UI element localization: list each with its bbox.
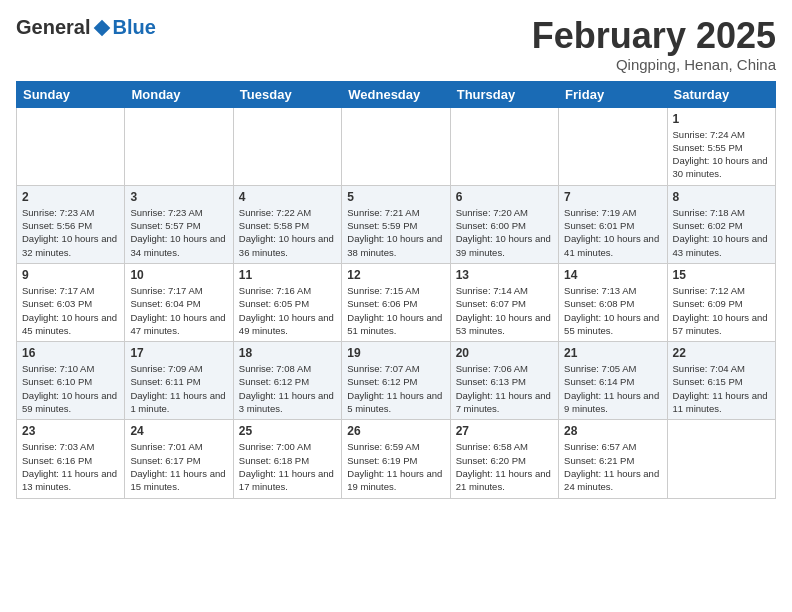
calendar-week-1: 1Sunrise: 7:24 AM Sunset: 5:55 PM Daylig… (17, 107, 776, 185)
calendar-cell: 11Sunrise: 7:16 AM Sunset: 6:05 PM Dayli… (233, 263, 341, 341)
day-info: Sunrise: 6:59 AM Sunset: 6:19 PM Dayligh… (347, 440, 444, 493)
calendar-cell: 22Sunrise: 7:04 AM Sunset: 6:15 PM Dayli… (667, 342, 775, 420)
calendar-cell: 2Sunrise: 7:23 AM Sunset: 5:56 PM Daylig… (17, 185, 125, 263)
calendar-cell: 13Sunrise: 7:14 AM Sunset: 6:07 PM Dayli… (450, 263, 558, 341)
day-info: Sunrise: 7:16 AM Sunset: 6:05 PM Dayligh… (239, 284, 336, 337)
calendar-cell: 25Sunrise: 7:00 AM Sunset: 6:18 PM Dayli… (233, 420, 341, 498)
day-number: 27 (456, 424, 553, 438)
day-header-tuesday: Tuesday (233, 81, 341, 107)
day-number: 6 (456, 190, 553, 204)
calendar-cell: 19Sunrise: 7:07 AM Sunset: 6:12 PM Dayli… (342, 342, 450, 420)
day-number: 20 (456, 346, 553, 360)
calendar-cell (450, 107, 558, 185)
day-number: 17 (130, 346, 227, 360)
calendar-cell: 5Sunrise: 7:21 AM Sunset: 5:59 PM Daylig… (342, 185, 450, 263)
calendar-week-2: 2Sunrise: 7:23 AM Sunset: 5:56 PM Daylig… (17, 185, 776, 263)
day-header-wednesday: Wednesday (342, 81, 450, 107)
day-info: Sunrise: 7:23 AM Sunset: 5:57 PM Dayligh… (130, 206, 227, 259)
day-info: Sunrise: 6:57 AM Sunset: 6:21 PM Dayligh… (564, 440, 661, 493)
day-info: Sunrise: 7:15 AM Sunset: 6:06 PM Dayligh… (347, 284, 444, 337)
month-title: February 2025 (532, 16, 776, 56)
calendar-cell: 10Sunrise: 7:17 AM Sunset: 6:04 PM Dayli… (125, 263, 233, 341)
day-info: Sunrise: 7:20 AM Sunset: 6:00 PM Dayligh… (456, 206, 553, 259)
calendar-cell: 27Sunrise: 6:58 AM Sunset: 6:20 PM Dayli… (450, 420, 558, 498)
day-number: 14 (564, 268, 661, 282)
page-header: General Blue February 2025 Qingping, Hen… (16, 16, 776, 73)
calendar-cell: 3Sunrise: 7:23 AM Sunset: 5:57 PM Daylig… (125, 185, 233, 263)
day-info: Sunrise: 7:08 AM Sunset: 6:12 PM Dayligh… (239, 362, 336, 415)
day-info: Sunrise: 7:24 AM Sunset: 5:55 PM Dayligh… (673, 128, 770, 181)
day-number: 4 (239, 190, 336, 204)
logo-general-text: General (16, 16, 90, 39)
location: Qingping, Henan, China (532, 56, 776, 73)
calendar-week-4: 16Sunrise: 7:10 AM Sunset: 6:10 PM Dayli… (17, 342, 776, 420)
calendar-cell: 12Sunrise: 7:15 AM Sunset: 6:06 PM Dayli… (342, 263, 450, 341)
day-number: 15 (673, 268, 770, 282)
calendar-cell (233, 107, 341, 185)
calendar-cell: 26Sunrise: 6:59 AM Sunset: 6:19 PM Dayli… (342, 420, 450, 498)
calendar-cell: 6Sunrise: 7:20 AM Sunset: 6:00 PM Daylig… (450, 185, 558, 263)
day-number: 26 (347, 424, 444, 438)
calendar-cell: 20Sunrise: 7:06 AM Sunset: 6:13 PM Dayli… (450, 342, 558, 420)
day-info: Sunrise: 7:03 AM Sunset: 6:16 PM Dayligh… (22, 440, 119, 493)
calendar-cell: 15Sunrise: 7:12 AM Sunset: 6:09 PM Dayli… (667, 263, 775, 341)
day-info: Sunrise: 7:18 AM Sunset: 6:02 PM Dayligh… (673, 206, 770, 259)
logo-icon (92, 18, 112, 38)
title-block: February 2025 Qingping, Henan, China (532, 16, 776, 73)
day-number: 7 (564, 190, 661, 204)
day-info: Sunrise: 7:00 AM Sunset: 6:18 PM Dayligh… (239, 440, 336, 493)
calendar-week-3: 9Sunrise: 7:17 AM Sunset: 6:03 PM Daylig… (17, 263, 776, 341)
calendar-cell: 7Sunrise: 7:19 AM Sunset: 6:01 PM Daylig… (559, 185, 667, 263)
calendar-cell: 21Sunrise: 7:05 AM Sunset: 6:14 PM Dayli… (559, 342, 667, 420)
day-number: 1 (673, 112, 770, 126)
calendar-cell: 23Sunrise: 7:03 AM Sunset: 6:16 PM Dayli… (17, 420, 125, 498)
calendar-cell (342, 107, 450, 185)
day-number: 28 (564, 424, 661, 438)
calendar-cell: 16Sunrise: 7:10 AM Sunset: 6:10 PM Dayli… (17, 342, 125, 420)
calendar-cell: 17Sunrise: 7:09 AM Sunset: 6:11 PM Dayli… (125, 342, 233, 420)
calendar-cell: 24Sunrise: 7:01 AM Sunset: 6:17 PM Dayli… (125, 420, 233, 498)
day-info: Sunrise: 7:13 AM Sunset: 6:08 PM Dayligh… (564, 284, 661, 337)
day-info: Sunrise: 7:17 AM Sunset: 6:04 PM Dayligh… (130, 284, 227, 337)
day-number: 12 (347, 268, 444, 282)
logo: General Blue (16, 16, 156, 39)
day-header-friday: Friday (559, 81, 667, 107)
day-header-sunday: Sunday (17, 81, 125, 107)
day-info: Sunrise: 7:04 AM Sunset: 6:15 PM Dayligh… (673, 362, 770, 415)
day-number: 18 (239, 346, 336, 360)
day-number: 16 (22, 346, 119, 360)
day-info: Sunrise: 7:22 AM Sunset: 5:58 PM Dayligh… (239, 206, 336, 259)
day-number: 24 (130, 424, 227, 438)
day-info: Sunrise: 7:07 AM Sunset: 6:12 PM Dayligh… (347, 362, 444, 415)
day-number: 11 (239, 268, 336, 282)
day-info: Sunrise: 7:06 AM Sunset: 6:13 PM Dayligh… (456, 362, 553, 415)
day-number: 23 (22, 424, 119, 438)
day-number: 2 (22, 190, 119, 204)
day-info: Sunrise: 7:14 AM Sunset: 6:07 PM Dayligh… (456, 284, 553, 337)
day-info: Sunrise: 7:12 AM Sunset: 6:09 PM Dayligh… (673, 284, 770, 337)
calendar-table: SundayMondayTuesdayWednesdayThursdayFrid… (16, 81, 776, 499)
calendar-cell: 9Sunrise: 7:17 AM Sunset: 6:03 PM Daylig… (17, 263, 125, 341)
day-info: Sunrise: 7:01 AM Sunset: 6:17 PM Dayligh… (130, 440, 227, 493)
day-number: 9 (22, 268, 119, 282)
day-number: 25 (239, 424, 336, 438)
calendar-cell: 18Sunrise: 7:08 AM Sunset: 6:12 PM Dayli… (233, 342, 341, 420)
logo-blue-text: Blue (112, 16, 155, 39)
day-header-monday: Monday (125, 81, 233, 107)
day-number: 22 (673, 346, 770, 360)
day-info: Sunrise: 7:23 AM Sunset: 5:56 PM Dayligh… (22, 206, 119, 259)
calendar-cell: 14Sunrise: 7:13 AM Sunset: 6:08 PM Dayli… (559, 263, 667, 341)
day-info: Sunrise: 7:19 AM Sunset: 6:01 PM Dayligh… (564, 206, 661, 259)
day-info: Sunrise: 6:58 AM Sunset: 6:20 PM Dayligh… (456, 440, 553, 493)
calendar-header-row: SundayMondayTuesdayWednesdayThursdayFrid… (17, 81, 776, 107)
calendar-cell: 4Sunrise: 7:22 AM Sunset: 5:58 PM Daylig… (233, 185, 341, 263)
day-header-saturday: Saturday (667, 81, 775, 107)
calendar-cell (667, 420, 775, 498)
calendar-week-5: 23Sunrise: 7:03 AM Sunset: 6:16 PM Dayli… (17, 420, 776, 498)
day-number: 13 (456, 268, 553, 282)
calendar-cell: 28Sunrise: 6:57 AM Sunset: 6:21 PM Dayli… (559, 420, 667, 498)
calendar-cell: 1Sunrise: 7:24 AM Sunset: 5:55 PM Daylig… (667, 107, 775, 185)
day-info: Sunrise: 7:09 AM Sunset: 6:11 PM Dayligh… (130, 362, 227, 415)
calendar-cell (559, 107, 667, 185)
calendar-cell (17, 107, 125, 185)
